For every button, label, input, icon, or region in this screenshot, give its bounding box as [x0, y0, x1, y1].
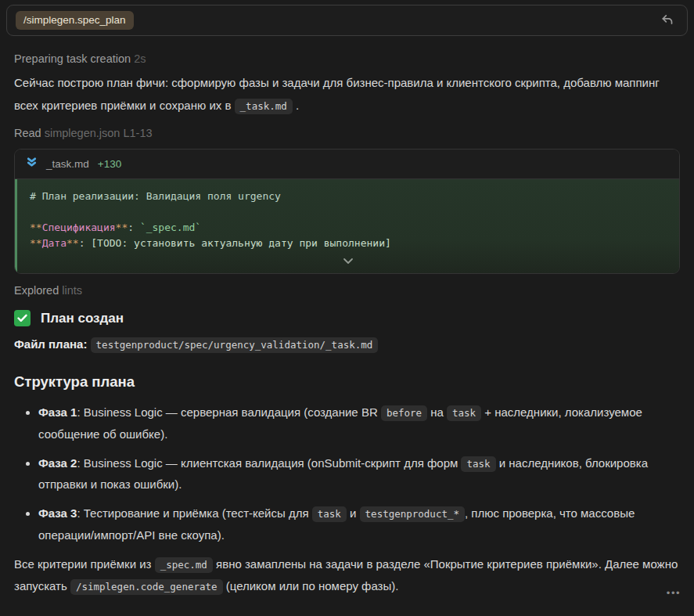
outro-paragraph: Все критерии приёмки из _spec.md явно за… [14, 553, 680, 598]
plan-created-label: План создан [41, 311, 124, 326]
phase-1-item: Фаза 1: Business Logic — серверная валид… [38, 402, 680, 445]
plan-created-row: План создан [14, 310, 680, 326]
intro-text-after: . [293, 99, 299, 112]
outro-text-3: (целиком или по номеру фазы). [223, 579, 399, 593]
undo-icon [660, 13, 674, 29]
diff-filename: _task.md [46, 158, 89, 170]
plan-file-label: Файл плана: [14, 337, 87, 351]
inline-code-before: before [381, 405, 427, 421]
intro-text: Сейчас построю план фичи: сформирую фазы… [14, 76, 660, 112]
code-line-blank [30, 204, 667, 220]
more-options-button[interactable]: ••• [667, 588, 681, 598]
phase-1-title: Фаза 1 [38, 405, 77, 419]
code-line-spec: **Спецификация**: `_spec.md` [30, 220, 667, 236]
phase-1-text: : Business Logic — серверная валидация (… [77, 405, 380, 419]
diff-panel: _task.md +130 # План реализации: Валидац… [14, 149, 680, 274]
status-line: Preparing task creation 2s [14, 52, 680, 65]
phase-3-text: : Тестирование и приёмка (тест-кейсы для [77, 506, 311, 520]
phase-2-title: Фаза 2 [38, 456, 77, 470]
intro-paragraph: Сейчас построю план фичи: сформирую фазы… [14, 72, 680, 117]
phase-2-item: Фаза 2: Business Logic — клиентская вали… [38, 452, 680, 496]
command-bar: /simplegen.spec_plan [6, 5, 688, 36]
explored-tool-line[interactable]: Explored lints [14, 284, 680, 297]
phase-3-item: Фаза 3: Тестирование и приёмка (тест-кей… [38, 503, 680, 546]
outro-text: Все критерии приёмки из [14, 557, 155, 571]
inline-code-testgenproduct: testgenproduct_* [360, 506, 465, 522]
diff-expand-button[interactable] [30, 251, 667, 273]
chevron-down-icon [343, 254, 354, 269]
explored-target: lints [62, 284, 82, 297]
status-duration: 2s [134, 52, 146, 65]
plan-file-line: Файл плана: testgenproduct/spec/urgency_… [14, 337, 680, 351]
code-line-heading: # План реализации: Валидация поля urgenc… [30, 189, 667, 204]
structure-heading: Структура плана [14, 373, 680, 391]
phase-3-text-2: и [347, 506, 360, 520]
undo-button[interactable] [657, 9, 678, 32]
phase-1-text-2: на [427, 405, 447, 419]
diff-panel-header[interactable]: _task.md +130 [15, 149, 679, 179]
plan-file-path: testgenproduct/spec/urgency_validation/_… [91, 337, 379, 353]
file-write-arrow-icon [26, 157, 38, 171]
status-label: Preparing task creation [14, 52, 134, 65]
code-line-date: **Дата**: [TODO: установить актуальную д… [30, 236, 667, 251]
inline-code-task: task [312, 506, 347, 522]
diff-added-count: +130 [98, 158, 121, 170]
read-target: simplegen.json L1-13 [45, 127, 153, 139]
inline-code-task-md: _task.md [235, 99, 293, 114]
phase-list: Фаза 1: Business Logic — серверная валид… [14, 402, 680, 546]
phase-2-text: : Business Logic — клиентская валидация … [77, 456, 461, 470]
command-pill[interactable]: /simplegen.spec_plan [16, 11, 134, 30]
read-action: Read [14, 127, 45, 139]
read-tool-line[interactable]: Read simplegen.json L1-13 [14, 127, 680, 139]
diff-code-preview: # План реализации: Валидация поля urgenc… [15, 179, 679, 273]
inline-code-task: task [461, 456, 495, 472]
inline-code-code-generate: /simplegen.code_generate [70, 579, 223, 595]
check-icon [14, 310, 31, 326]
phase-3-title: Фаза 3 [38, 506, 77, 520]
inline-code-spec-md: _spec.md [155, 557, 213, 573]
inline-code-task: task [447, 405, 481, 421]
explored-action: Explored [14, 284, 62, 297]
